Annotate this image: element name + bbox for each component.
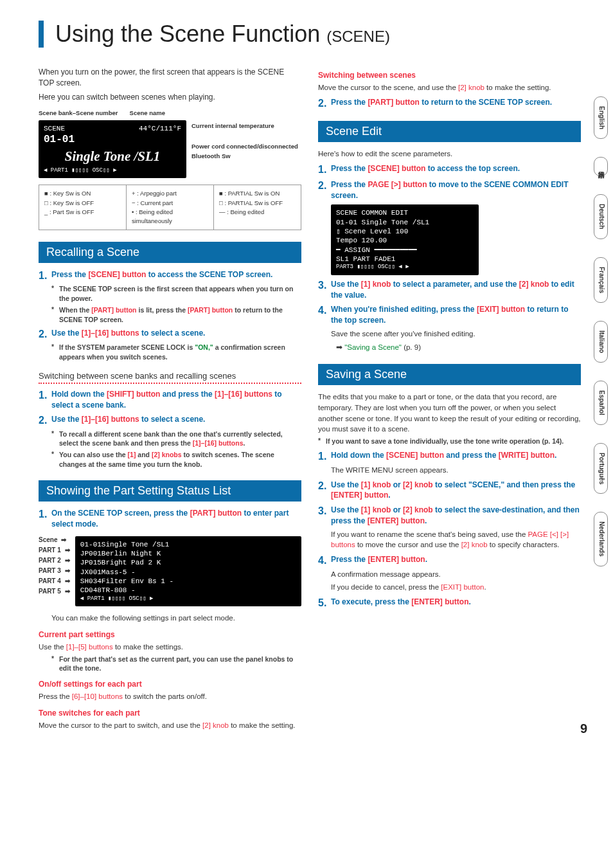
tab-francais[interactable]: Français xyxy=(594,257,608,303)
legend-c1: ■ : PARTIAL Sw is ON xyxy=(219,189,296,198)
tab-italiano[interactable]: Italiano xyxy=(594,321,608,363)
lcd-temp: 44°C/111°F xyxy=(139,124,181,133)
edit-step-2: 2.Press the PAGE [>] button to move to t… xyxy=(318,179,581,201)
save-step-4: 4.Press the [ENTER] button. xyxy=(318,554,581,566)
legend-b2: − : Current part xyxy=(132,199,208,208)
callout-power: Power cord connected/disconnected xyxy=(191,142,301,151)
tab-english[interactable]: English xyxy=(594,96,608,139)
legend-a3: _ : Part Sw is OFF xyxy=(44,208,121,217)
bank-step-1: 1.Hold down the [SHIFT] button and press… xyxy=(39,389,301,411)
bank-note-1: To recall a different scene bank than th… xyxy=(59,429,301,448)
edit-intro: Here's how to edit the scene parameters. xyxy=(318,149,581,159)
edit-link: ➡ "Saving a Scene" (p. 9) xyxy=(336,342,581,353)
legend-b1: + : Arpeggio part xyxy=(132,189,208,198)
partstatus-after: You can make the following settings in p… xyxy=(51,613,301,624)
edit-step-1: 1.Press the [SCENE] button to access the… xyxy=(318,163,581,176)
tab-nederlands[interactable]: Nederlands xyxy=(594,512,608,566)
save-note: If you want to save a tone individually,… xyxy=(326,437,581,446)
title-main: Using the Scene Function xyxy=(55,21,326,47)
partlist-label-2: PART 2 xyxy=(39,556,61,566)
heading-scene-edit: Scene Edit xyxy=(318,121,581,142)
legend-c3: — : Being edited xyxy=(219,208,296,217)
save-step-2: 2.Use the [1] knob or [2] knob to select… xyxy=(318,480,581,502)
save-step4-body1: A confirmation message appears. xyxy=(331,569,581,580)
recall-note-2: When the [PART] button is lit, press the… xyxy=(59,305,301,324)
edit-step-4: 4.When you're finished editing, press th… xyxy=(318,304,581,326)
save-step1-body: The WRITE MENU screen appears. xyxy=(331,465,581,476)
switching-body: Move the cursor to the scene, and use th… xyxy=(318,82,581,93)
callout-temp: Current internal temperature xyxy=(191,122,301,131)
legend-b3: • : Being edited simultaneously xyxy=(132,208,208,226)
title-sub: (SCENE) xyxy=(326,28,390,45)
switching-step-2: 2.Press the [PART] button to return to t… xyxy=(318,97,581,109)
save-step4-body2: If you decide to cancel, press the [EXIT… xyxy=(331,582,581,593)
toneswitch-body: Move the cursor to the part to switch, a… xyxy=(39,720,301,731)
recall-note-3: If the SYSTEM parameter SCENE LOCK is "O… xyxy=(59,343,301,361)
lcd-footer: ◀ PART1 ▮▯▯▯▯ OSC▯▯ ▶ xyxy=(44,167,181,175)
save-step-3: 3.Use the [1] knob or [2] knob to select… xyxy=(318,505,581,527)
page-title: Using the Scene Function (SCENE) xyxy=(39,21,581,48)
legend-c2: □ : PARTIAL Sw is OFF xyxy=(219,199,296,208)
save-step3-body: If you want to rename the scene that's b… xyxy=(331,529,581,550)
edit-step-3: 3.Use the [1] knob to select a parameter… xyxy=(318,279,581,301)
intro-p2: Here you can switch between scenes when … xyxy=(39,92,301,103)
partlist-label-4: PART 4 xyxy=(39,576,61,586)
lcd-scene-label: SCENE xyxy=(44,125,65,132)
recall-step-1: 1.Press the [SCENE] button to access the… xyxy=(39,269,301,282)
heading-partstatus: Showing the Part Setting Status List xyxy=(39,480,301,502)
bank-note-2: You can also use the [1] and [2] knobs t… xyxy=(59,450,301,469)
legend-a2: □ : Key Sw is OFF xyxy=(44,199,121,208)
subhead-switching-banks: Switching between scene banks and recall… xyxy=(39,371,301,384)
recall-note-1: The SCENE TOP screen is the first screen… xyxy=(59,284,301,303)
lcd-scene-name: Single Tone /SL1 xyxy=(44,148,181,165)
label-scene-bank: Scene bank–Scene number xyxy=(39,109,118,116)
lcd-common-edit: SCENE COMMON EDIT 01-01 Single Tone /SL1… xyxy=(331,204,479,275)
recall-step-2: 2.Use the [1]–[16] buttons to select a s… xyxy=(39,328,301,340)
lcd-partlist: 01-01Single Tone /SL1 JP001Berlin Night … xyxy=(75,536,301,606)
tab-portugues[interactable]: Português xyxy=(594,443,608,494)
current-part-note: For the part that's set as the current p… xyxy=(59,655,301,673)
tab-japanese[interactable]: 日本語 xyxy=(594,157,608,176)
tab-deutsch[interactable]: Deutsch xyxy=(594,194,608,239)
edit-step4-body: Save the scene after you've finished edi… xyxy=(331,329,581,339)
tab-espanol[interactable]: Español xyxy=(594,381,608,425)
legend-box: ■ : Key Sw is ON □ : Key Sw is OFF _ : P… xyxy=(39,185,301,230)
partlist-label-5: PART 5 xyxy=(39,586,61,597)
partlist-label-3: PART 3 xyxy=(39,566,61,576)
callout-bluetooth: Bluetooth Sw xyxy=(191,152,301,161)
current-part-body: Use the [1]–[5] buttons to make the sett… xyxy=(39,642,301,653)
language-tabs: English 日本語 Deutsch Français Italiano Es… xyxy=(594,96,608,566)
partlist-label-1: PART 1 xyxy=(39,545,61,556)
subhead-onoff: On/off settings for each part xyxy=(39,680,301,689)
page-number: 9 xyxy=(580,721,587,736)
subhead-toneswitch: Tone switches for each part xyxy=(39,709,301,718)
bank-step-2: 2.Use the [1]–[16] buttons to select a s… xyxy=(39,414,301,426)
heading-recalling: Recalling a Scene xyxy=(39,242,301,263)
lcd-scene-code: 01-01 xyxy=(44,133,181,147)
subhead-switching-scenes: Switching between scenes xyxy=(318,71,581,80)
save-step-1: 1.Hold down the [SCENE] button and press… xyxy=(318,450,581,462)
intro-block: When you turn on the power, the first sc… xyxy=(39,67,301,103)
onoff-body: Press the [6]–[10] buttons to switch the… xyxy=(39,691,301,702)
heading-saving: Saving a Scene xyxy=(318,364,581,385)
part-step-1: 1.On the SCENE TOP screen, press the [PA… xyxy=(39,508,301,530)
subhead-current-part: Current part settings xyxy=(39,630,301,639)
partlist-label-scene: Scene xyxy=(39,535,57,545)
save-intro: The edits that you make to a part or ton… xyxy=(318,392,581,435)
label-scene-name: Scene name xyxy=(130,109,165,116)
intro-p1: When you turn on the power, the first sc… xyxy=(39,67,301,89)
save-step-5: 5.To execute, press the [ENTER] button. xyxy=(318,597,581,609)
lcd-scene-top: SCENE44°C/111°F 01-01 Single Tone /SL1 ◀… xyxy=(39,120,186,178)
legend-a1: ■ : Key Sw is ON xyxy=(44,189,121,198)
